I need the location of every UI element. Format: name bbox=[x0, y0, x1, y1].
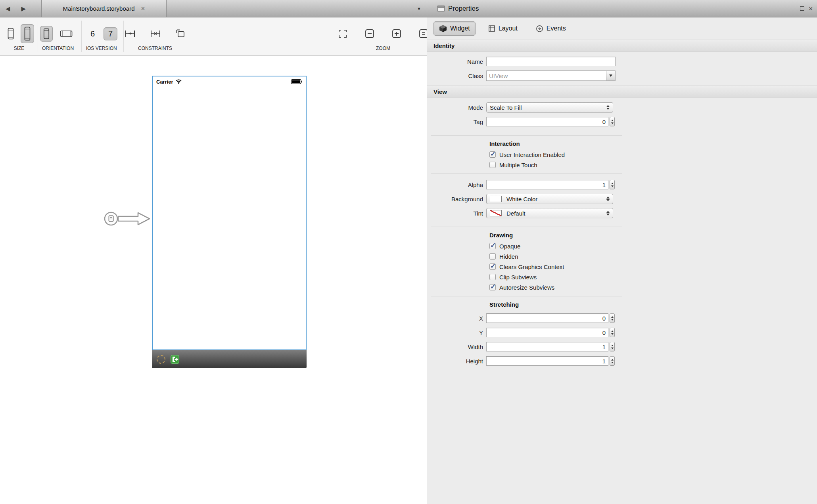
constraints-group: CONSTRAINTS bbox=[126, 17, 184, 55]
class-dropdown-icon[interactable] bbox=[606, 71, 615, 80]
name-row: Name bbox=[427, 54, 817, 69]
minimize-icon[interactable] bbox=[800, 6, 804, 11]
mode-value: Scale To Fill bbox=[490, 104, 522, 111]
back-icon[interactable]: ◀ bbox=[6, 5, 10, 12]
zoom-out-icon bbox=[365, 29, 374, 38]
checkbox-row: Clears Graphics Context bbox=[489, 262, 817, 272]
stretch-x-field[interactable]: 0 bbox=[486, 313, 608, 323]
initial-view-controller-arrow[interactable] bbox=[103, 209, 152, 228]
align-constraints-button[interactable] bbox=[122, 27, 138, 41]
autoresize-subviews-checkbox[interactable] bbox=[489, 284, 496, 290]
stretch-y-label: Y bbox=[427, 329, 486, 336]
resolve-constraints-button[interactable] bbox=[173, 27, 188, 41]
tag-field[interactable]: 0 bbox=[486, 117, 608, 126]
battery-icon bbox=[291, 79, 302, 84]
properties-window-icon bbox=[437, 6, 445, 11]
zoom-to-fit-button[interactable] bbox=[335, 27, 351, 41]
tint-row: Tint Default bbox=[427, 206, 817, 220]
toolbar-separator bbox=[38, 21, 38, 52]
stretch-width-field[interactable]: 1 bbox=[486, 342, 608, 351]
opaque-checkbox[interactable] bbox=[489, 243, 496, 249]
tint-popup[interactable]: Default bbox=[486, 208, 613, 218]
stretch-height-stepper[interactable] bbox=[610, 356, 615, 366]
tag-stepper[interactable] bbox=[610, 117, 615, 126]
mode-row: Mode Scale To Fill bbox=[427, 100, 817, 115]
name-field[interactable] bbox=[486, 57, 616, 66]
forward-icon[interactable]: ▶ bbox=[21, 5, 26, 12]
ios6-button[interactable]: 6 bbox=[86, 27, 100, 40]
close-icon[interactable]: ✕ bbox=[808, 6, 813, 11]
zoom-to-fit-icon bbox=[338, 29, 347, 38]
tab-widget-label: Widget bbox=[450, 25, 470, 32]
exit-segue-icon[interactable] bbox=[171, 355, 179, 364]
pin-constraints-button[interactable] bbox=[147, 27, 164, 41]
hidden-checkbox[interactable] bbox=[489, 253, 496, 260]
stretch-x-value: 0 bbox=[602, 315, 606, 322]
zoom-out-button[interactable] bbox=[362, 27, 378, 41]
tab-close-icon[interactable]: × bbox=[141, 5, 145, 12]
background-label: Background bbox=[427, 196, 486, 202]
tab-layout-label: Layout bbox=[499, 25, 518, 32]
panel-window-controls: ✕ bbox=[800, 6, 813, 11]
stretch-height-value: 1 bbox=[602, 358, 606, 365]
phone-4-icon bbox=[24, 27, 31, 41]
view-controller-root-view[interactable] bbox=[153, 87, 306, 349]
stretch-x-stepper[interactable] bbox=[610, 313, 615, 323]
tag-value: 0 bbox=[602, 118, 606, 125]
size-group: SIZE bbox=[2, 17, 36, 55]
tab-widget[interactable]: Widget bbox=[433, 21, 476, 36]
orientation-portrait-button[interactable] bbox=[40, 26, 53, 42]
stretch-x-row: X 0 bbox=[427, 311, 817, 325]
first-responder-icon[interactable] bbox=[157, 355, 165, 364]
checkbox-label: Opaque bbox=[499, 243, 520, 250]
checkbox-label: Clears Graphics Context bbox=[499, 263, 564, 270]
divider bbox=[431, 227, 622, 227]
size-3-5-inch-button[interactable] bbox=[4, 25, 17, 42]
storyboard-canvas[interactable]: Carrier bbox=[0, 56, 427, 504]
clears-graphics-context-checkbox[interactable] bbox=[489, 263, 496, 270]
orientation-landscape-button[interactable] bbox=[57, 28, 76, 40]
multiple-touch-checkbox[interactable] bbox=[489, 162, 496, 168]
tab-mainstoryboard[interactable]: MainStoryboard.storyboard × bbox=[41, 0, 167, 17]
clip-subviews-checkbox[interactable] bbox=[489, 274, 496, 280]
view-controller[interactable]: Carrier bbox=[152, 76, 307, 350]
checkbox-row: Hidden bbox=[489, 251, 817, 262]
checkbox-row: User Interaction Enabled bbox=[489, 149, 817, 160]
checkbox-label: Multiple Touch bbox=[499, 162, 537, 168]
ios7-button[interactable]: 7 bbox=[104, 27, 117, 40]
toolbar-separator bbox=[81, 21, 82, 52]
xcode-window: ◀ ▶ MainStoryboard.storyboard × ▼ bbox=[0, 0, 817, 504]
class-combo[interactable]: UIView bbox=[486, 71, 616, 81]
cube-icon bbox=[439, 25, 447, 32]
editor-toolbar: SIZE bbox=[0, 17, 427, 55]
stretch-y-field[interactable]: 0 bbox=[486, 328, 608, 337]
stretch-y-row: Y 0 bbox=[427, 325, 817, 340]
alpha-stepper[interactable] bbox=[610, 180, 615, 189]
checkbox-label: Clip Subviews bbox=[499, 274, 537, 281]
properties-panel: Properties ✕ Widget Layout bbox=[427, 0, 817, 504]
tab-events[interactable]: Events bbox=[530, 22, 572, 36]
section-view-header: View bbox=[427, 86, 817, 97]
background-popup[interactable]: White Color bbox=[486, 194, 613, 204]
divider bbox=[431, 135, 622, 136]
wifi-icon bbox=[176, 79, 182, 84]
user-interaction-enabled-checkbox[interactable] bbox=[489, 151, 496, 158]
zoom-group-label: ZOOM bbox=[376, 46, 390, 51]
tab-list-dropdown-icon[interactable]: ▼ bbox=[417, 6, 421, 11]
stretch-width-stepper[interactable] bbox=[610, 342, 615, 351]
stretching-group-title: Stretching bbox=[489, 301, 817, 308]
popup-arrows-icon bbox=[606, 211, 610, 216]
zoom-in-button[interactable] bbox=[389, 27, 405, 41]
drawing-group-title: Drawing bbox=[489, 232, 817, 239]
stretch-height-field[interactable]: 1 bbox=[486, 356, 608, 366]
size-group-label: SIZE bbox=[14, 46, 25, 51]
checkbox-row: Clip Subviews bbox=[489, 272, 817, 282]
stretch-y-stepper[interactable] bbox=[610, 328, 615, 337]
size-4-inch-button[interactable] bbox=[21, 24, 34, 43]
tag-label: Tag bbox=[427, 118, 486, 125]
alpha-field[interactable]: 1 bbox=[486, 180, 608, 189]
mode-popup[interactable]: Scale To Fill bbox=[486, 102, 613, 113]
tab-layout[interactable]: Layout bbox=[483, 22, 523, 35]
history-nav: ◀ ▶ bbox=[6, 0, 26, 17]
ios-version-group: 6 7 iOS VERSION bbox=[82, 17, 121, 55]
